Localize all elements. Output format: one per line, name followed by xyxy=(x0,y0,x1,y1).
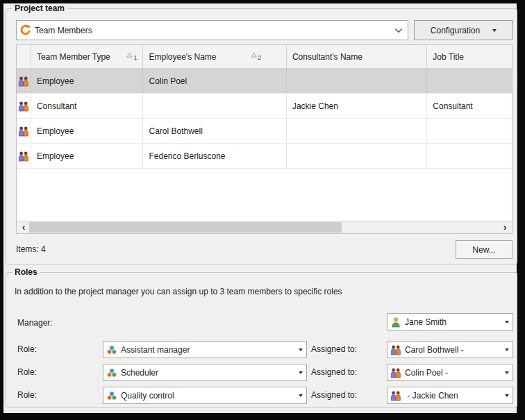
project-team-group-title: Project team xyxy=(12,3,67,13)
roles-group-title: Roles xyxy=(12,267,40,277)
assigned-to-label: Assigned to: xyxy=(311,367,357,377)
roles-description: In addition to the project manager you c… xyxy=(15,287,342,296)
assigned-select-1[interactable]: Carol Bothwell - xyxy=(387,341,513,358)
roles-group: Roles In addition to the project manager… xyxy=(6,272,517,408)
manager-select-value: Jane Smith xyxy=(405,317,501,327)
table-row[interactable]: Employee Federico Berluscone xyxy=(17,144,512,169)
role-balls-icon xyxy=(106,344,117,355)
role-select-1-value: Assistant manager xyxy=(121,345,294,355)
team-view-selector[interactable]: Team Members xyxy=(16,20,408,40)
table-header-row: Team Member Type 1 Employee's Name 2 Co xyxy=(17,45,512,69)
assigned-select-3-value: - Jackie Chen xyxy=(405,391,501,401)
team-member-icon xyxy=(390,390,401,401)
role-select-3[interactable]: Quality control xyxy=(103,387,307,404)
scrollbar-thumb[interactable] xyxy=(29,222,342,233)
table-row[interactable]: Employee Colin Poel xyxy=(17,69,512,94)
team-member-icon xyxy=(390,344,401,355)
chevron-down-icon[interactable] xyxy=(390,28,408,33)
header-icon-column[interactable] xyxy=(17,45,31,68)
table-row[interactable]: Consultant Jackie Chen Consultant xyxy=(17,94,512,119)
sort-ascending-icon: 1 xyxy=(126,52,137,61)
configuration-button[interactable]: Configuration xyxy=(414,20,513,40)
dialog-window: Project team Team Members Configuration … xyxy=(3,3,517,413)
dropdown-arrow-icon xyxy=(492,29,497,32)
person-icon xyxy=(390,317,401,328)
assigned-select-2[interactable]: Colin Poel - xyxy=(387,364,513,381)
table-empty-area xyxy=(17,169,512,221)
team-view-selector-value: Team Members xyxy=(35,26,390,35)
dropdown-arrow-icon[interactable] xyxy=(294,371,306,374)
team-member-icon xyxy=(17,69,31,93)
team-members-table: Team Member Type 1 Employee's Name 2 Co xyxy=(16,44,512,234)
dropdown-arrow-icon[interactable] xyxy=(501,348,512,351)
items-count-label: Items: 4 xyxy=(16,244,46,254)
header-employees-name[interactable]: Employee's Name 2 xyxy=(143,45,286,68)
configuration-button-label: Configuration xyxy=(431,26,480,35)
role-balls-icon xyxy=(106,390,117,401)
new-button[interactable]: New... xyxy=(456,240,512,259)
refresh-orange-icon xyxy=(19,24,31,36)
role-select-2-value: Scheduler xyxy=(121,368,294,378)
manager-select[interactable]: Jane Smith xyxy=(387,313,513,331)
assigned-to-label: Assigned to: xyxy=(311,390,357,400)
team-member-icon xyxy=(17,144,31,168)
assigned-select-3[interactable]: - Jackie Chen xyxy=(387,387,513,404)
role-select-2[interactable]: Scheduler xyxy=(103,364,307,381)
header-job-title[interactable]: Job Title xyxy=(427,45,512,68)
dropdown-arrow-icon[interactable] xyxy=(501,394,512,397)
header-team-member-type[interactable]: Team Member Type 1 xyxy=(31,45,144,68)
header-consultants-name[interactable]: Consultant's Name xyxy=(287,45,427,68)
dropdown-arrow-icon[interactable] xyxy=(501,371,512,374)
project-team-group: Project team Team Members Configuration … xyxy=(6,8,517,264)
dropdown-arrow-icon[interactable] xyxy=(294,394,306,397)
scroll-right-icon[interactable]: › xyxy=(499,221,510,233)
scroll-left-icon[interactable]: ‹ xyxy=(18,221,29,233)
manager-label: Manager: xyxy=(17,318,53,328)
assigned-select-2-value: Colin Poel - xyxy=(405,368,501,378)
role-select-3-value: Quality control xyxy=(121,391,294,401)
table-row[interactable]: Employee Carol Bothwell xyxy=(17,119,512,144)
dropdown-arrow-icon[interactable] xyxy=(294,348,306,351)
horizontal-scrollbar[interactable]: ‹ › xyxy=(17,221,512,233)
assigned-to-label: Assigned to: xyxy=(311,344,357,354)
role-select-1[interactable]: Assistant manager xyxy=(103,341,307,358)
team-member-icon xyxy=(390,367,401,378)
sort-ascending-icon: 2 xyxy=(251,52,261,61)
role-balls-icon xyxy=(106,367,117,378)
assigned-select-1-value: Carol Bothwell - xyxy=(405,345,501,355)
dropdown-arrow-icon[interactable] xyxy=(501,321,512,324)
new-button-label: New... xyxy=(472,245,495,255)
role-label: Role: xyxy=(17,390,37,400)
team-member-icon xyxy=(17,94,31,118)
role-label: Role: xyxy=(17,367,37,377)
role-label: Role: xyxy=(17,344,37,354)
team-member-icon xyxy=(17,119,31,143)
